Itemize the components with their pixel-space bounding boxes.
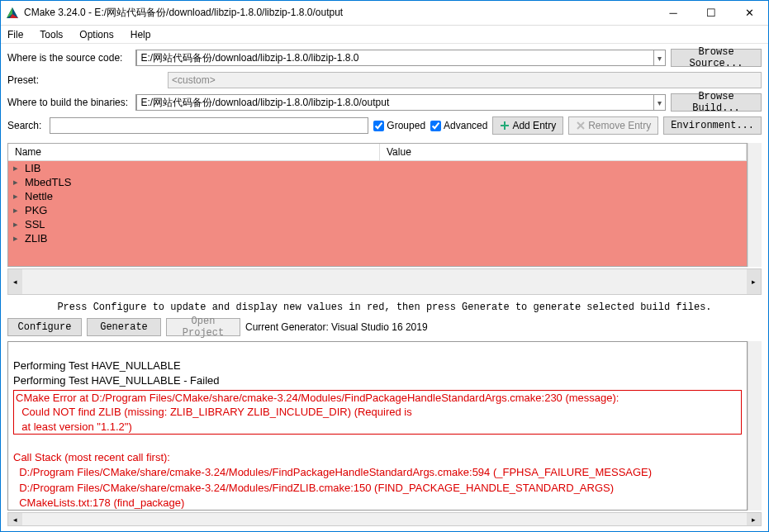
plus-icon: [500, 121, 510, 131]
preset-combo[interactable]: [168, 72, 762, 88]
error-box: CMake Error at D:/Program Files/CMake/sh…: [13, 390, 742, 435]
log-line: Call Stack (most recent call first):: [13, 451, 170, 463]
grouped-checkbox[interactable]: Grouped: [373, 120, 425, 131]
current-generator-label: Current Generator: Visual Studio 16 2019: [245, 321, 428, 333]
cache-group[interactable]: ▸ZLIB: [8, 231, 747, 245]
cache-horizontal-scrollbar[interactable]: ◂ ▸: [7, 268, 762, 295]
svg-rect-4: [501, 125, 509, 126]
log-line: D:/Program Files/CMake/share/cmake-3.24/…: [13, 466, 652, 478]
browse-source-button[interactable]: Browse Source...: [671, 49, 762, 67]
menubar: File Tools Options Help: [1, 26, 768, 44]
configure-button[interactable]: Configure: [7, 318, 82, 336]
cache-group[interactable]: ▸PKG: [8, 203, 747, 217]
minimize-button[interactable]: ─: [654, 1, 692, 26]
cache-group[interactable]: ▸Nettle: [8, 189, 747, 203]
cache-group[interactable]: ▸MbedTLS: [8, 175, 747, 189]
source-input[interactable]: [136, 50, 654, 66]
x-icon: [576, 121, 586, 131]
cache-table[interactable]: Name Value ▸LIB ▸MbedTLS ▸Nettle ▸PKG ▸S…: [7, 143, 748, 267]
help-text: Press Configure to update and display ne…: [1, 298, 768, 316]
menu-options[interactable]: Options: [79, 29, 113, 40]
search-input[interactable]: [50, 117, 368, 134]
source-dropdown-icon[interactable]: ▾: [654, 54, 665, 63]
cache-vertical-scrollbar[interactable]: [748, 143, 762, 267]
source-combo[interactable]: ▾: [135, 50, 666, 66]
search-label: Search:: [7, 120, 41, 131]
close-button[interactable]: ✕: [730, 1, 768, 26]
output-log[interactable]: Performing Test HAVE_NULLABLE Performing…: [7, 341, 748, 511]
build-label: Where to build the binaries:: [7, 97, 131, 108]
advanced-checkbox[interactable]: Advanced: [430, 120, 487, 131]
remove-entry-button: Remove Entry: [568, 116, 658, 135]
maximize-button[interactable]: ☐: [692, 1, 730, 26]
add-entry-button[interactable]: Add Entry: [492, 116, 563, 135]
window-title: CMake 3.24.0 - E:/网站代码备份/download/libzip…: [24, 6, 654, 20]
output-horizontal-scrollbar[interactable]: ◂ ▸: [7, 512, 762, 526]
scroll-right-icon[interactable]: ▸: [747, 269, 761, 294]
log-line: at least version "1.1.2"): [16, 420, 132, 433]
log-line: D:/Program Files/CMake/share/cmake-3.24/…: [13, 482, 614, 494]
column-value[interactable]: Value: [380, 144, 747, 160]
chevron-right-icon[interactable]: ▸: [13, 205, 25, 216]
log-line: Performing Test HAVE_NULLABLE - Failed: [13, 374, 220, 387]
cache-group[interactable]: ▸LIB: [8, 161, 747, 175]
cache-body[interactable]: ▸LIB ▸MbedTLS ▸Nettle ▸PKG ▸SSL ▸ZLIB: [8, 161, 747, 266]
chevron-right-icon[interactable]: ▸: [13, 219, 25, 230]
titlebar: CMake 3.24.0 - E:/网站代码备份/download/libzip…: [1, 1, 768, 26]
log-line: Performing Test HAVE_NULLABLE: [13, 359, 181, 372]
browse-build-button[interactable]: Browse Build...: [671, 93, 762, 112]
output-vertical-scrollbar[interactable]: [748, 341, 762, 511]
chevron-right-icon[interactable]: ▸: [13, 177, 25, 188]
source-label: Where is the source code:: [7, 52, 131, 64]
build-input[interactable]: [136, 94, 654, 111]
chevron-right-icon[interactable]: ▸: [13, 191, 25, 202]
environment-button[interactable]: Environment...: [663, 116, 762, 135]
menu-tools[interactable]: Tools: [40, 29, 63, 40]
chevron-right-icon[interactable]: ▸: [13, 163, 25, 173]
preset-label: Preset:: [7, 74, 163, 86]
build-combo[interactable]: ▾: [135, 94, 666, 111]
chevron-right-icon[interactable]: ▸: [13, 233, 25, 244]
generate-button[interactable]: Generate: [87, 318, 161, 336]
scroll-left-icon[interactable]: ◂: [8, 269, 22, 294]
menu-file[interactable]: File: [7, 29, 23, 40]
build-dropdown-icon[interactable]: ▾: [654, 98, 665, 107]
scroll-right-icon[interactable]: ▸: [747, 513, 761, 525]
log-line: Could NOT find ZLIB (missing: ZLIB_LIBRA…: [16, 406, 412, 418]
log-line: CMake Error at D:/Program Files/CMake/sh…: [16, 392, 619, 404]
log-line: CMakeLists.txt:178 (find_package): [13, 496, 184, 509]
menu-help[interactable]: Help: [131, 29, 151, 40]
column-name[interactable]: Name: [8, 144, 380, 160]
open-project-button: Open Project: [166, 318, 240, 336]
cache-header: Name Value: [8, 144, 747, 161]
cmake-app-icon: [6, 7, 19, 20]
scroll-left-icon[interactable]: ◂: [8, 513, 22, 525]
cache-group[interactable]: ▸SSL: [8, 217, 747, 231]
